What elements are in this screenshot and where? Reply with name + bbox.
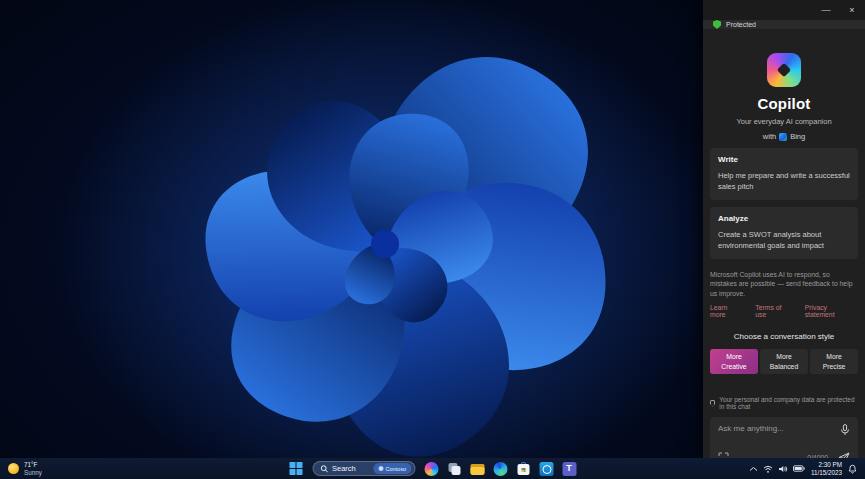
logo-wrap xyxy=(710,53,858,87)
panel-titlebar: — × xyxy=(703,0,865,20)
close-button[interactable]: × xyxy=(839,0,865,20)
protected-label: Protected xyxy=(726,21,756,28)
weather-temp: 71°F xyxy=(24,461,42,468)
suggestion-card-write[interactable]: Write Help me prepare and write a succes… xyxy=(710,148,858,200)
conversation-style-row: More Creative More Balanced More Precise xyxy=(710,349,858,374)
notification-bell-icon[interactable] xyxy=(848,464,857,474)
weather-condition: Sunny xyxy=(24,469,42,476)
system-tray: 2:30 PM 11/15/2023 xyxy=(749,461,865,476)
privacy-note: Your personal and company data are prote… xyxy=(719,396,858,410)
taskbar-teams-icon[interactable] xyxy=(562,462,576,476)
style-more-creative-button[interactable]: More Creative xyxy=(710,349,758,374)
search-box[interactable]: Search Contoso xyxy=(312,461,415,476)
style-more-balanced-button[interactable]: More Balanced xyxy=(760,349,808,374)
privacy-statement-link[interactable]: Privacy statement xyxy=(805,304,858,318)
taskbar-microsoft-store-icon[interactable] xyxy=(516,462,530,476)
taskbar-file-explorer-icon[interactable] xyxy=(470,462,484,476)
copilot-logo-icon xyxy=(767,53,801,87)
card-title: Write xyxy=(718,155,850,164)
wifi-icon[interactable] xyxy=(763,465,773,473)
protected-bar: Protected xyxy=(703,20,865,29)
with-label: with xyxy=(763,132,776,141)
conversation-style-title: Choose a conversation style xyxy=(710,332,858,341)
with-bing-row: with Bing xyxy=(710,132,858,141)
terms-of-use-link[interactable]: Terms of use xyxy=(755,304,793,318)
taskbar-edge-icon[interactable] xyxy=(493,462,507,476)
start-button[interactable] xyxy=(289,462,303,476)
ai-disclaimer: Microsoft Copilot uses AI to respond, so… xyxy=(710,270,858,299)
ask-me-anything-input[interactable] xyxy=(718,424,836,433)
taskbar: 71°F Sunny Search Contoso xyxy=(0,458,865,479)
taskbar-center: Search Contoso xyxy=(289,458,576,479)
tray-time: 2:30 PM xyxy=(819,461,842,469)
taskbar-copilot-icon[interactable] xyxy=(424,462,438,476)
panel-body: Copilot Your everyday AI companion with … xyxy=(703,29,865,470)
windows-logo-icon xyxy=(289,462,295,468)
style-line1: More xyxy=(776,352,792,361)
search-icon xyxy=(320,465,328,473)
search-badge-label: Contoso xyxy=(386,466,407,472)
copilot-subtitle: Your everyday AI companion xyxy=(710,117,858,126)
suggestion-card-analyze[interactable]: Analyze Create a SWOT analysis about env… xyxy=(710,207,858,259)
weather-widget[interactable]: 71°F Sunny xyxy=(0,461,50,475)
tray-date: 11/15/2023 xyxy=(811,469,842,477)
screen: — × Protected Copilot Your everyday AI c… xyxy=(0,0,865,479)
privacy-shield-icon xyxy=(710,400,715,407)
copilot-title: Copilot xyxy=(710,95,858,112)
style-line1: More xyxy=(826,352,842,361)
search-highlight-badge[interactable]: Contoso xyxy=(374,463,412,474)
privacy-row: Your personal and company data are prote… xyxy=(710,396,858,410)
search-placeholder: Search xyxy=(332,464,356,473)
protected-shield-icon xyxy=(713,20,721,29)
clock-widget[interactable]: 2:30 PM 11/15/2023 xyxy=(811,461,842,476)
style-line1: More xyxy=(726,352,742,361)
card-body: Help me prepare and write a successful s… xyxy=(718,171,850,193)
style-line2: Creative xyxy=(721,362,746,371)
battery-icon[interactable] xyxy=(793,465,805,472)
copilot-panel: — × Protected Copilot Your everyday AI c… xyxy=(703,0,865,458)
learn-more-link[interactable]: Learn more xyxy=(710,304,744,318)
sunny-icon xyxy=(8,463,19,474)
speaker-icon[interactable] xyxy=(778,465,788,473)
style-line2: Balanced xyxy=(770,362,798,371)
style-line2: Precise xyxy=(823,362,846,371)
card-body: Create a SWOT analysis about environment… xyxy=(718,230,850,252)
bing-label: Bing xyxy=(790,132,805,141)
bing-icon xyxy=(779,133,787,141)
taskbar-task-view-icon[interactable] xyxy=(447,462,461,476)
tray-chevron-up-icon[interactable] xyxy=(749,466,758,472)
links-row: Learn more Terms of use Privacy statemen… xyxy=(710,304,858,318)
microphone-icon[interactable] xyxy=(840,424,850,436)
style-more-precise-button[interactable]: More Precise xyxy=(810,349,858,374)
search-badge-icon xyxy=(379,466,384,471)
minimize-button[interactable]: — xyxy=(813,0,839,20)
card-title: Analyze xyxy=(718,214,850,223)
taskbar-outlook-icon[interactable] xyxy=(539,462,553,476)
